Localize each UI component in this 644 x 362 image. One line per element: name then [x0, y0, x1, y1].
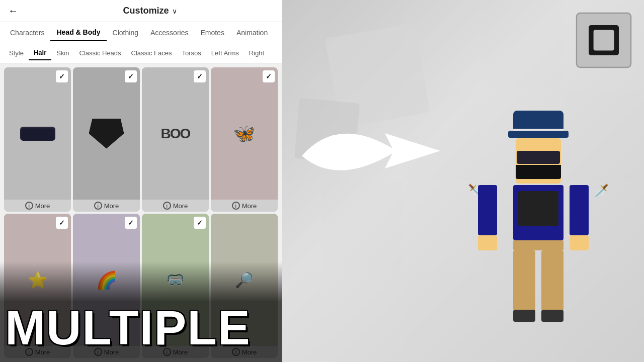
- subtab-hair[interactable]: Hair: [29, 46, 51, 60]
- char-sunglasses: [517, 151, 560, 164]
- chevron-down-icon[interactable]: ∨: [172, 7, 177, 15]
- tab-head-body[interactable]: Head & Body: [50, 24, 106, 41]
- list-item[interactable]: 🦋 ✓ i More: [211, 67, 278, 212]
- info-icon-3[interactable]: i: [163, 202, 171, 210]
- more-label-2[interactable]: More: [104, 202, 119, 210]
- subtab-classic-heads[interactable]: Classic Heads: [74, 46, 126, 60]
- tab-clothing[interactable]: Clothing: [107, 25, 144, 41]
- char-right-leg: [541, 250, 564, 311]
- bottom-overlay: MULTIPLE: [0, 261, 282, 362]
- back-button[interactable]: ←: [8, 5, 18, 17]
- arrow-container: [297, 101, 448, 201]
- char-left-arm: [478, 185, 497, 235]
- info-icon-1[interactable]: i: [25, 202, 33, 210]
- left-panel: ← Customize ∨ Characters Head & Body Clo…: [0, 0, 282, 362]
- sub-tabs: Style Hair Skin Classic Heads Classic Fa…: [0, 43, 282, 63]
- checkmark-6: ✓: [125, 217, 137, 229]
- char-right-foot: [541, 310, 564, 322]
- char-spiky-right: 🗡️: [594, 184, 609, 198]
- checkmark-4: ✓: [263, 70, 275, 82]
- svg-rect-2: [594, 30, 614, 51]
- checkmark-5: ✓: [56, 217, 68, 229]
- checkmark-1: ✓: [56, 70, 68, 82]
- subtab-style[interactable]: Style: [4, 46, 29, 60]
- character-figure: 🗡️ 🗡️: [433, 70, 644, 362]
- customize-title: Customize: [123, 6, 169, 16]
- item-image-3: BOO ✓: [142, 67, 209, 200]
- sunglasses-visual: [18, 116, 58, 151]
- subtab-right[interactable]: Right: [244, 46, 269, 60]
- more-label-1[interactable]: More: [35, 202, 50, 210]
- tab-accessories[interactable]: Accessories: [144, 25, 194, 41]
- top-bar: ← Customize ∨: [0, 0, 282, 22]
- bandana-visual: [87, 116, 127, 151]
- subtab-left-arms[interactable]: Left Arms: [206, 46, 244, 60]
- more-label-4[interactable]: More: [242, 202, 257, 210]
- char-waist: [513, 240, 564, 250]
- item-bottom-2[interactable]: i More: [73, 200, 140, 212]
- right-panel: 🗡️ 🗡️: [282, 0, 644, 362]
- char-left-leg: [513, 250, 535, 311]
- item-bottom-3[interactable]: i More: [142, 200, 209, 212]
- checkmark-2: ✓: [125, 70, 137, 82]
- item-image-1: ✓: [4, 67, 71, 200]
- char-hat-brim: [508, 131, 569, 138]
- subtab-skin[interactable]: Skin: [51, 46, 74, 60]
- checkmark-7: ✓: [194, 217, 206, 229]
- more-label-3[interactable]: More: [173, 202, 188, 210]
- subtab-torsos[interactable]: Torsos: [177, 46, 206, 60]
- char-bandana: [516, 165, 561, 179]
- item-bottom-1[interactable]: i More: [4, 200, 71, 212]
- red-wings-visual: 🦋: [224, 116, 265, 151]
- list-item[interactable]: ✓ i More: [73, 67, 140, 212]
- checkmark-3: ✓: [194, 70, 206, 82]
- char-right-hand: [570, 235, 589, 250]
- char-left-foot: [513, 310, 535, 322]
- char-torso-design: [518, 191, 558, 226]
- item-bottom-4[interactable]: i More: [211, 200, 278, 212]
- tab-animation[interactable]: Animation: [230, 25, 274, 41]
- tab-emotes[interactable]: Emotes: [194, 25, 230, 41]
- char-left-hand: [478, 235, 497, 250]
- info-icon-2[interactable]: i: [94, 202, 102, 210]
- list-item[interactable]: BOO ✓ i More: [142, 67, 209, 212]
- list-item[interactable]: ✓ i More: [4, 67, 71, 212]
- boo-visual: BOO: [155, 116, 196, 151]
- subtab-classic-faces[interactable]: Classic Faces: [126, 46, 177, 60]
- item-image-4: 🦋 ✓: [211, 67, 278, 200]
- nav-tabs: Characters Head & Body Clothing Accessor…: [0, 22, 282, 43]
- info-icon-4[interactable]: i: [232, 202, 240, 210]
- item-image-2: ✓: [73, 67, 140, 200]
- roblox-logo: [574, 10, 634, 70]
- roblox-character: 🗡️ 🗡️: [488, 111, 589, 362]
- multiple-text: MULTIPLE: [5, 304, 251, 352]
- title-area: Customize ∨: [26, 6, 274, 16]
- tab-characters[interactable]: Characters: [4, 25, 50, 41]
- char-right-arm: [570, 185, 589, 235]
